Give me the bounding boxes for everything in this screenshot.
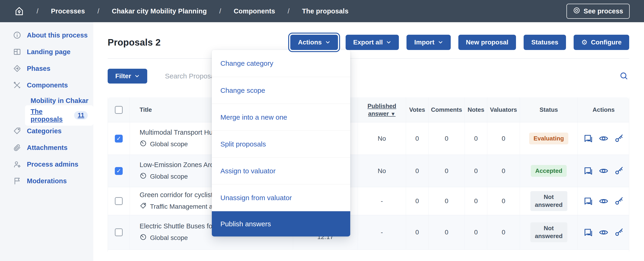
permissions-key-icon[interactable] [614, 196, 624, 206]
new-proposal-button[interactable]: New proposal [458, 35, 516, 50]
select-all-checkbox[interactable] [115, 106, 123, 114]
breadcrumb-separator: / [98, 8, 99, 15]
topbar: /Processes/Chakar city Mobility Planning… [0, 0, 644, 22]
configure-button[interactable]: ⚙ Configure [574, 35, 629, 50]
sidebar-item-about-this-process[interactable]: About this process [0, 27, 93, 44]
breadcrumb-item[interactable]: Processes [51, 8, 85, 15]
search-icon[interactable] [618, 71, 629, 82]
next-row-partial [108, 250, 629, 252]
sidebar-subitem-the-proposals[interactable]: The proposals11 [0, 108, 93, 123]
breadcrumb-item[interactable]: Components [234, 8, 275, 15]
valuators-value: 0 [502, 228, 505, 236]
published-answer-cell: No [358, 155, 406, 187]
preview-eye-icon[interactable] [599, 196, 608, 206]
row-checkbox[interactable]: ✓ [115, 135, 123, 142]
menu-item-split-proposals[interactable]: Split proposals [212, 130, 350, 157]
votes-cell: 0 [406, 122, 428, 154]
valuators-cell: 0 [487, 215, 520, 250]
valuators-cell: 0 [487, 122, 520, 154]
sidebar-item-process-admins[interactable]: Process admins [0, 156, 93, 172]
valuators-value: 0 [502, 197, 505, 205]
page-title: Proposals 2 [108, 37, 161, 48]
status-cell: Not answered [520, 187, 578, 215]
breadcrumb-separator: / [288, 8, 290, 15]
import-label: Import [414, 39, 434, 46]
see-process-button[interactable]: See process [566, 4, 630, 19]
permissions-key-icon[interactable] [614, 166, 624, 176]
sidebar-item-label: Components [27, 82, 68, 89]
statuses-button[interactable]: Statuses [524, 35, 566, 50]
sidebar-subitem-label: The proposals [30, 108, 70, 123]
preview-eye-icon[interactable] [599, 228, 608, 237]
import-button[interactable]: Import [406, 35, 450, 50]
notes-cell: 0 [465, 187, 487, 215]
notes-value: 0 [474, 197, 478, 205]
status-cell: Not answered [520, 215, 578, 250]
sidebar-item-label: Phases [27, 65, 50, 72]
answer-chat-icon[interactable] [583, 228, 593, 237]
breadcrumb-item[interactable]: The proposals [302, 8, 348, 15]
column-header-label: Actions [592, 106, 614, 114]
home-icon[interactable] [14, 6, 24, 16]
proposal-scope: Global scope [140, 140, 188, 148]
proposals-table: TitlePublished answer ▼VotesCommentsNote… [108, 98, 629, 252]
preview-eye-icon[interactable] [599, 134, 608, 143]
published-answer-cell: No [358, 122, 406, 154]
statuses-label: Statuses [531, 39, 558, 46]
sidebar-item-attachments[interactable]: Attachments [0, 139, 93, 156]
paperclip-icon [13, 144, 21, 152]
menu-item-publish-answers[interactable]: Publish answers [212, 211, 350, 236]
answer-chat-icon[interactable] [583, 166, 593, 176]
permissions-key-icon[interactable] [614, 134, 624, 143]
sidebar-item-phases[interactable]: Phases [0, 60, 93, 77]
menu-item-unassign-from-valuator[interactable]: Unassign from valuator [212, 184, 350, 211]
header-divider [108, 58, 629, 58]
export-all-button[interactable]: Export all [346, 35, 399, 50]
proposal-scope-label: Global scope [150, 140, 188, 148]
sort-descending-icon: ▼ [390, 111, 396, 117]
menu-item-change-category[interactable]: Change category [212, 50, 350, 77]
answer-chat-icon[interactable] [583, 134, 593, 143]
published-answer-value: No [378, 135, 386, 142]
permissions-key-icon[interactable] [614, 228, 624, 237]
row-checkbox[interactable] [115, 197, 123, 205]
filter-button[interactable]: Filter [108, 69, 147, 84]
sidebar-subitem-label: Mobility in Chakar [30, 97, 88, 104]
column-header-comments: Comments [428, 98, 465, 122]
status-badge: Not answered [530, 222, 568, 242]
proposal-title[interactable]: Multimodal Transport Hubs [140, 129, 220, 136]
actions-dropdown-button[interactable]: Actions [290, 35, 338, 50]
notes-cell: 0 [465, 215, 487, 250]
breadcrumb-separator: / [36, 8, 38, 15]
chevron-down-icon [134, 74, 140, 79]
user-gear-icon [13, 160, 21, 168]
sidebar-item-label: Moderations [27, 177, 67, 185]
sidebar-active-item-card: The proposals11 [25, 105, 93, 126]
sidebar-item-landing-page[interactable]: Landing page [0, 44, 93, 60]
chevron-down-icon [325, 40, 330, 45]
answer-chat-icon[interactable] [583, 196, 593, 206]
proposals-count-badge: 11 [74, 111, 88, 120]
sidebar-item-components[interactable]: Components [0, 77, 93, 94]
sidebar-item-moderations[interactable]: Moderations [0, 172, 93, 189]
row-checkbox[interactable] [115, 228, 123, 236]
notes-value: 0 [474, 167, 478, 175]
row-actions-cell [578, 122, 630, 154]
preview-eye-icon[interactable] [599, 166, 608, 176]
breadcrumb-item[interactable]: Chakar city Mobility Planning [112, 8, 207, 15]
table-header-row: TitlePublished answer ▼VotesCommentsNote… [108, 98, 629, 122]
export-all-label: Export all [353, 39, 383, 46]
sidebar: About this processLanding pagePhasesComp… [0, 22, 93, 261]
menu-item-assign-to-valuator[interactable]: Assign to valuator [212, 157, 350, 184]
column-header-label: Valuators [490, 106, 517, 114]
column-header-votes: Votes [406, 98, 428, 122]
column-header-label[interactable]: Published answer ▼ [364, 102, 399, 117]
status-cell: Accepted [520, 155, 578, 187]
gear-icon: ⚙ [581, 39, 588, 46]
votes-cell: 0 [406, 215, 428, 250]
menu-item-change-scope[interactable]: Change scope [212, 77, 350, 104]
menu-item-merge-into-a-new-one[interactable]: Merge into a new one [212, 104, 350, 130]
see-process-label: See process [584, 8, 623, 15]
row-checkbox[interactable]: ✓ [115, 167, 123, 175]
notes-value: 0 [474, 228, 478, 236]
